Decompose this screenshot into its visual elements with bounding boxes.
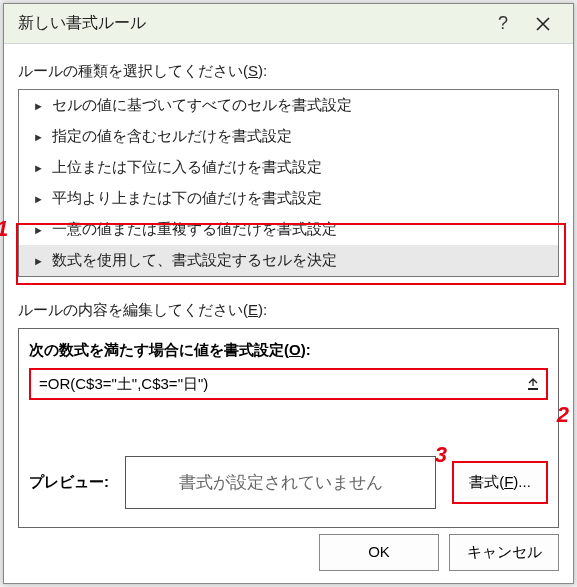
format-btn-key: F bbox=[504, 473, 513, 490]
triangle-icon: ► bbox=[33, 162, 44, 174]
rule-type-label: ルールの種類を選択してください(S): bbox=[18, 62, 559, 81]
rule-type-text: 上位または下位に入る値だけを書式設定 bbox=[52, 158, 322, 177]
rule-type-item-selected[interactable]: ►数式を使用して、書式設定するセルを決定 bbox=[19, 245, 558, 276]
edit-rule-label: ルールの内容を編集してください(E): bbox=[18, 301, 559, 320]
rule-type-text: 数式を使用して、書式設定するセルを決定 bbox=[52, 251, 337, 270]
close-icon bbox=[536, 17, 550, 31]
edit-rule-label-key: E bbox=[248, 301, 258, 318]
rule-type-label-pre: ルールの種類を選択してください( bbox=[18, 62, 248, 79]
rule-type-list: ►セルの値に基づいてすべてのセルを書式設定 ►指定の値を含むセルだけを書式設定 … bbox=[18, 89, 559, 277]
format-button[interactable]: 書式(F)... bbox=[452, 461, 548, 504]
cancel-button[interactable]: キャンセル bbox=[449, 534, 559, 571]
rule-type-item[interactable]: ►一意の値または重複する値だけを書式設定 bbox=[19, 214, 558, 245]
dialog-buttons: OK キャンセル bbox=[319, 534, 559, 571]
rule-type-label-key: S bbox=[248, 62, 258, 79]
dialog-title: 新しい書式ルール bbox=[18, 13, 483, 34]
rule-type-text: 指定の値を含むセルだけを書式設定 bbox=[52, 127, 292, 146]
annotation-1: 1 bbox=[0, 216, 8, 242]
formula-label-post: ): bbox=[301, 341, 311, 358]
ok-button[interactable]: OK bbox=[319, 534, 439, 571]
format-btn-pre: 書式( bbox=[469, 473, 504, 490]
formula-row bbox=[29, 368, 548, 400]
collapse-icon bbox=[526, 377, 540, 391]
rule-type-item[interactable]: ►平均より上または下の値だけを書式設定 bbox=[19, 183, 558, 214]
help-button[interactable]: ? bbox=[483, 4, 523, 44]
dialog-content: ルールの種類を選択してください(S): ►セルの値に基づいてすべてのセルを書式設… bbox=[4, 44, 573, 528]
edit-box: 次の数式を満たす場合に値を書式設定(O): プレビュー: 書式が設定されていませ… bbox=[18, 328, 559, 528]
edit-section: ルールの内容を編集してください(E): 次の数式を満たす場合に値を書式設定(O)… bbox=[18, 301, 559, 528]
formula-label-pre: 次の数式を満たす場合に値を書式設定( bbox=[29, 341, 289, 358]
rule-type-item[interactable]: ►上位または下位に入る値だけを書式設定 bbox=[19, 152, 558, 183]
annotation-3: 3 bbox=[435, 442, 447, 468]
titlebar: 新しい書式ルール ? bbox=[4, 4, 573, 44]
triangle-icon: ► bbox=[33, 100, 44, 112]
edit-rule-label-post: ): bbox=[258, 301, 267, 318]
edit-rule-label-pre: ルールの内容を編集してください( bbox=[18, 301, 248, 318]
annotation-2: 2 bbox=[557, 402, 569, 428]
preview-label: プレビュー: bbox=[29, 473, 109, 492]
svg-rect-0 bbox=[528, 388, 538, 390]
formula-input[interactable] bbox=[31, 370, 520, 398]
preview-box: 書式が設定されていません bbox=[125, 456, 436, 509]
range-selector-button[interactable] bbox=[520, 370, 546, 398]
rule-type-label-post: ): bbox=[258, 62, 267, 79]
formula-label-key: O bbox=[289, 341, 301, 358]
triangle-icon: ► bbox=[33, 255, 44, 267]
format-btn-post: )... bbox=[513, 473, 531, 490]
new-format-rule-dialog: 新しい書式ルール ? ルールの種類を選択してください(S): ►セルの値に基づい… bbox=[3, 3, 574, 584]
triangle-icon: ► bbox=[33, 224, 44, 236]
rule-type-text: 一意の値または重複する値だけを書式設定 bbox=[52, 220, 337, 239]
triangle-icon: ► bbox=[33, 131, 44, 143]
rule-type-item[interactable]: ►セルの値に基づいてすべてのセルを書式設定 bbox=[19, 90, 558, 121]
rule-type-text: 平均より上または下の値だけを書式設定 bbox=[52, 189, 322, 208]
close-button[interactable] bbox=[523, 4, 563, 44]
rule-type-text: セルの値に基づいてすべてのセルを書式設定 bbox=[52, 96, 352, 115]
preview-row: プレビュー: 書式が設定されていません 書式(F)... bbox=[29, 456, 548, 509]
formula-label: 次の数式を満たす場合に値を書式設定(O): bbox=[29, 341, 548, 360]
rule-type-item[interactable]: ►指定の値を含むセルだけを書式設定 bbox=[19, 121, 558, 152]
triangle-icon: ► bbox=[33, 193, 44, 205]
